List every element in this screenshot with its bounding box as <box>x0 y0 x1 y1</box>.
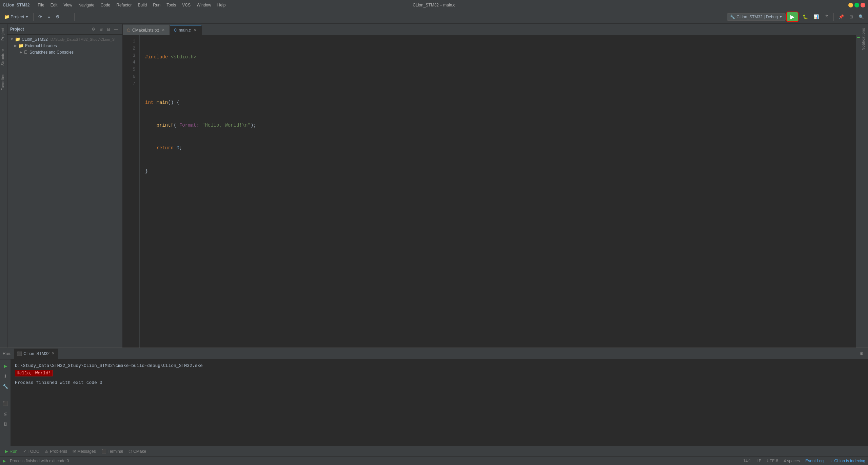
main-area: Project Structure Favorites Project ⚙ ⊞ … <box>0 24 868 348</box>
search-everywhere-btn[interactable]: 🔍 <box>856 13 866 21</box>
panel-settings-btn[interactable]: ⚙ <box>90 26 97 32</box>
folder-icon: 📁 <box>15 37 20 42</box>
toolbar: 📁 Project ▼ ⟳ ≡ ⚙ — 🔧 CLion_STM32 | Debu… <box>0 10 868 24</box>
status-encoding: UTF-8 <box>767 459 778 463</box>
bottom-toolbar: ▶ Run ✓ TODO ⚠ Problems ✉ Messages ⬛ Ter… <box>0 446 868 456</box>
wrench-btn[interactable]: 🔧 <box>1 382 10 391</box>
toolbar-sync-btn[interactable]: ⟳ <box>36 13 44 21</box>
run-tab-clion[interactable]: ⬛ CLion_STM32 ✕ <box>14 349 58 359</box>
status-bar: ▶ Process finished with exit code 0 14:1… <box>0 456 868 465</box>
menu-code[interactable]: Code <box>98 2 113 8</box>
bottom-todo-label: TODO <box>28 449 39 454</box>
profiler-btn[interactable]: ⏱ <box>822 13 831 21</box>
tab-label-mainc: main.c <box>179 28 191 33</box>
line-num-5: 5 <box>125 66 135 73</box>
status-cursor-pos: 14:1 <box>743 459 751 463</box>
app-name: CLion_STM32 <box>3 3 29 7</box>
menu-build[interactable]: Build <box>135 2 150 8</box>
line-num-7: 7 <box>125 80 135 88</box>
finish-message: Process finished with exit code 0 <box>15 380 102 385</box>
layout-btn[interactable]: ⊞ <box>847 13 855 21</box>
left-vertical-labels: Project Structure Favorites <box>0 24 7 348</box>
window-title: CLion_STM32 – main.c <box>413 3 455 7</box>
project-label: Project <box>11 14 24 19</box>
run-tab-close[interactable]: ✕ <box>51 351 55 356</box>
menu-refactor[interactable]: Refactor <box>114 2 134 8</box>
run-again-btn[interactable]: ▶ <box>1 361 10 370</box>
menu-window[interactable]: Window <box>194 2 214 8</box>
toolbar-project-dropdown[interactable]: 📁 Project ▼ <box>2 13 31 21</box>
menu-navigate[interactable]: Navigate <box>76 2 97 8</box>
arrow-down-icon: ▼ <box>10 37 14 41</box>
scroll-bottom-btn[interactable]: 🖨 <box>1 409 10 418</box>
toolbar-settings-btn[interactable]: ⚙ <box>54 13 62 21</box>
bottom-messages-btn[interactable]: ✉ Messages <box>71 448 98 454</box>
run-button[interactable]: ▶ <box>787 12 798 21</box>
menu-run[interactable]: Run <box>150 2 163 8</box>
menu-file[interactable]: File <box>35 2 47 8</box>
window-controls <box>848 3 865 7</box>
bottom-terminal-btn[interactable]: ⬛ Terminal <box>99 448 125 454</box>
line-numbers: 1 2 3 4 5 6 7 <box>123 35 140 348</box>
menu-edit[interactable]: Edit <box>48 2 60 8</box>
panel-close-btn[interactable]: — <box>113 26 120 32</box>
debug-btn[interactable]: 🐛 <box>801 13 810 21</box>
tree-path-root: D:\Study_Data\STM32_Study\CLion_S <box>51 37 115 41</box>
code-editor[interactable]: 1 2 3 4 5 6 7 #include <stdio.h> int mai… <box>123 35 861 348</box>
scroll-top-btn[interactable]: ⬛ <box>1 399 10 408</box>
notifications-vertical-label[interactable]: Notifications <box>861 24 868 54</box>
tree-item-scratches[interactable]: ▶ 🗒 Scratches and Consoles <box>7 49 122 55</box>
tab-close-cmake[interactable]: ✕ <box>161 27 165 33</box>
console-hello-line: Hello, World! <box>15 370 864 377</box>
run-config-selector[interactable]: 🔧 CLion_STM32 | Debug ▼ <box>727 13 786 21</box>
tree-item-project-root[interactable]: ▼ 📁 CLion_STM32 D:\Study_Data\STM32_Stud… <box>7 36 122 42</box>
menu-help[interactable]: Help <box>215 2 229 8</box>
file-tree: ▼ 📁 CLion_STM32 D:\Study_Data\STM32_Stud… <box>7 35 122 348</box>
menu-vcs[interactable]: VCS <box>179 2 193 8</box>
menu-tools[interactable]: Tools <box>164 2 179 8</box>
line-num-6: 6 <box>125 73 135 80</box>
panel-collapse-btn[interactable]: ⊟ <box>105 26 112 32</box>
code-area[interactable]: #include <stdio.h> int main() { printf(_… <box>140 35 856 348</box>
exe-path: D:\Study_Data\STM32_Study\CLion_STM32\cm… <box>15 363 203 368</box>
menu-bar: File Edit View Navigate Code Refactor Bu… <box>35 2 228 8</box>
bottom-problems-label: Problems <box>50 449 67 454</box>
clear-btn[interactable]: 🗑 <box>1 419 10 428</box>
code-line-1: #include <stdio.h> <box>145 53 850 61</box>
tab-cmakelists[interactable]: ⬡ CMakeLists.txt ✕ <box>123 25 170 35</box>
maximize-button[interactable] <box>854 3 859 7</box>
console-icon: ⬛ <box>17 351 22 356</box>
tab-mainc[interactable]: C main.c ✕ <box>170 25 202 35</box>
code-line-6: } <box>145 167 850 175</box>
minimize-button[interactable] <box>848 3 853 7</box>
project-vertical-label[interactable]: Project <box>0 24 7 45</box>
toolbar-collapse-btn[interactable]: ≡ <box>45 13 52 21</box>
config-icon: 🔧 <box>730 15 735 19</box>
arrow-right-icon: ▶ <box>14 44 17 48</box>
tab-close-mainc[interactable]: ✕ <box>193 28 197 33</box>
bottom-problems-btn[interactable]: ⚠ Problems <box>43 448 69 454</box>
editor-container: ⬡ CMakeLists.txt ✕ C main.c ✕ 1 2 3 4 5 … <box>123 24 861 348</box>
stop-btn[interactable]: ⬇ <box>1 372 10 380</box>
status-event-log[interactable]: Event Log <box>805 459 824 463</box>
bottom-settings-btn[interactable]: ⚙ <box>858 350 865 357</box>
scratch-icon: 🗒 <box>24 50 28 55</box>
coverage-btn[interactable]: 📊 <box>811 13 821 21</box>
run-config-area: 🔧 CLion_STM32 | Debug ▼ ▶ 🐛 📊 ⏱ 📌 ⊞ 🔍 <box>727 12 866 21</box>
panel-title: Project <box>10 27 24 32</box>
toolbar-minimize-btn[interactable]: — <box>63 13 72 21</box>
status-indent: 4 spaces <box>784 459 800 463</box>
tree-item-external-libraries[interactable]: ▶ 📁 External Libraries <box>7 42 122 49</box>
tab-label-cmake: CMakeLists.txt <box>132 28 159 33</box>
panel-expand-btn[interactable]: ⊞ <box>98 26 104 32</box>
favorites-vertical-label[interactable]: Favorites <box>0 70 7 95</box>
console-finish-line: Process finished with exit code 0 <box>15 379 864 387</box>
menu-view[interactable]: View <box>61 2 75 8</box>
pin-btn[interactable]: 📌 <box>836 13 846 21</box>
bottom-cmake-btn[interactable]: ⬡ CMake <box>126 448 148 454</box>
bottom-todo-btn[interactable]: ✓ TODO <box>21 448 41 454</box>
structure-vertical-label[interactable]: Structure <box>0 45 7 70</box>
close-button[interactable] <box>861 3 865 7</box>
bottom-run-btn[interactable]: ▶ Run <box>3 448 20 454</box>
tree-label-scratches: Scratches and Consoles <box>29 50 74 55</box>
